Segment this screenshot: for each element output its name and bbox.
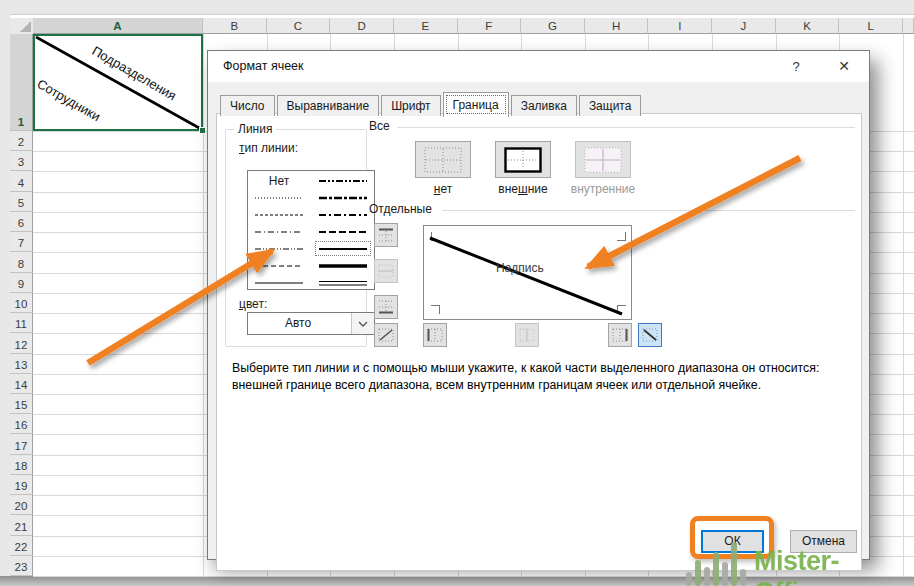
row-header-17[interactable]: 17 [10, 434, 33, 454]
border-tab-panel: Линия тип линии: Нет [216, 113, 862, 571]
border-top-button[interactable] [374, 223, 398, 247]
line-group-legend: Линия [234, 122, 276, 136]
border-middle-vertical-button [515, 323, 539, 347]
row-header-18[interactable]: 18 [10, 455, 33, 475]
border-middle-vertical-icon [519, 328, 535, 342]
column-header-l[interactable]: L [839, 18, 903, 34]
gridline-vertical [903, 34, 904, 576]
row-header-4[interactable]: 4 [10, 171, 33, 191]
row-header-21[interactable]: 21 [10, 515, 33, 535]
dialog-title: Формат ячеек [223, 59, 304, 73]
line-style-dashed-fine[interactable] [251, 207, 307, 222]
border-middle-horizontal-icon [378, 264, 394, 278]
border-bottom-icon [378, 300, 394, 314]
tab-font[interactable]: Шрифт [381, 95, 440, 116]
tab-number[interactable]: Число [220, 95, 275, 116]
line-style-dash-dot-dot-medium[interactable] [315, 173, 371, 188]
row-header-9[interactable]: 9 [10, 273, 33, 293]
presets-group-rule [397, 127, 855, 128]
preset-none-button[interactable] [415, 141, 471, 178]
color-dropdown-value: Авто [248, 313, 348, 334]
column-header-h[interactable]: H [585, 18, 649, 34]
preset-none-label: нет [408, 182, 478, 196]
row-header-12[interactable]: 12 [10, 333, 33, 353]
tab-alignment[interactable]: Выравнивание [277, 95, 380, 116]
column-header-e[interactable]: E [394, 18, 458, 34]
row-header-14[interactable]: 14 [10, 374, 33, 394]
border-left-button[interactable] [423, 323, 447, 347]
dialog-title-bar[interactable]: Формат ячеек ? ✕ [208, 51, 869, 82]
row-header-15[interactable]: 15 [10, 394, 33, 414]
border-diagonal-up-button[interactable] [374, 323, 398, 347]
selected-cell-outline[interactable] [33, 34, 203, 131]
line-style-dotted[interactable] [251, 190, 307, 205]
tab-protection[interactable]: Защита [579, 95, 642, 116]
preset-outline-button[interactable] [495, 141, 551, 178]
row-header-2[interactable]: 2 [10, 131, 33, 151]
dialog-description: Выберите тип линии и с помощью мыши укаж… [232, 360, 868, 393]
line-style-solid-thick[interactable] [315, 258, 371, 273]
column-header-f[interactable]: F [458, 18, 522, 34]
row-header-3[interactable]: 3 [10, 151, 33, 171]
border-diagonal-down-icon [642, 328, 658, 342]
window-top-strip [0, 0, 914, 15]
row-header-1[interactable]: 1 [10, 34, 33, 131]
line-group: Линия тип линии: Нет [225, 129, 367, 347]
gridline-vertical [203, 34, 204, 576]
select-all-corner[interactable] [10, 18, 34, 35]
row-header-22[interactable]: 22 [10, 536, 33, 556]
select-all-triangle-icon [20, 21, 31, 32]
line-style-double[interactable] [315, 275, 371, 290]
border-bottom-button[interactable] [374, 295, 398, 319]
line-style-dash-dot-medium[interactable] [315, 207, 371, 222]
individual-group-rule [442, 210, 855, 211]
line-style-solid-medium-selected[interactable] [315, 241, 371, 256]
row-header-5[interactable]: 5 [10, 192, 33, 212]
row-header-11[interactable]: 11 [10, 313, 33, 333]
column-header-b[interactable]: B [203, 18, 267, 34]
window-left-strip [0, 14, 10, 576]
tab-border[interactable]: Граница [443, 92, 509, 117]
border-top-icon [378, 228, 394, 242]
color-label: цвет: [239, 297, 267, 311]
column-header-d[interactable]: D [330, 18, 394, 34]
column-header-j[interactable]: J [712, 18, 776, 34]
format-cells-dialog: Формат ячеек ? ✕ Число Выравнивание Шриф… [207, 50, 870, 560]
column-header-c[interactable]: C [267, 18, 331, 34]
line-style-slant-dash-dot[interactable] [315, 190, 371, 205]
presets-group-legend: Все [369, 119, 390, 133]
row-header-6[interactable]: 6 [10, 212, 33, 232]
row-header-13[interactable]: 13 [10, 354, 33, 374]
color-dropdown[interactable]: Авто [247, 312, 375, 335]
line-style-dashed[interactable] [251, 258, 307, 273]
preview-text: Надпись [496, 261, 544, 275]
row-header-16[interactable]: 16 [10, 414, 33, 434]
line-style-dash-dot-dot[interactable] [251, 241, 307, 256]
row-header-23[interactable]: 23 [10, 556, 33, 576]
line-style-listbox: Нет [247, 170, 375, 290]
line-style-none[interactable]: Нет [251, 173, 307, 188]
column-header-k[interactable]: K [776, 18, 840, 34]
row-header-7[interactable]: 7 [10, 232, 33, 252]
help-icon[interactable]: ? [779, 51, 813, 82]
column-header-g[interactable]: G [521, 18, 585, 34]
border-right-icon [612, 328, 628, 342]
chevron-down-icon[interactable] [351, 313, 374, 334]
row-header-20[interactable]: 20 [10, 495, 33, 515]
column-header-i[interactable]: I [648, 18, 712, 34]
line-style-solid-thin[interactable] [251, 275, 307, 290]
border-right-button[interactable] [608, 323, 632, 347]
border-preview[interactable]: Надпись [423, 225, 632, 320]
row-header-19[interactable]: 19 [10, 475, 33, 495]
line-style-dashed-medium[interactable] [315, 224, 371, 239]
preset-inside-label: внутренние [568, 182, 638, 196]
watermark: Mister-Office [686, 540, 912, 586]
column-header-a[interactable]: A [33, 18, 203, 34]
fill-handle[interactable] [199, 127, 206, 134]
row-header-8[interactable]: 8 [10, 252, 33, 272]
tab-fill[interactable]: Заливка [511, 95, 577, 116]
line-style-dash-dot[interactable] [251, 224, 307, 239]
close-icon[interactable]: ✕ [827, 51, 861, 82]
border-diagonal-down-button[interactable] [638, 323, 662, 347]
row-header-10[interactable]: 10 [10, 293, 33, 313]
